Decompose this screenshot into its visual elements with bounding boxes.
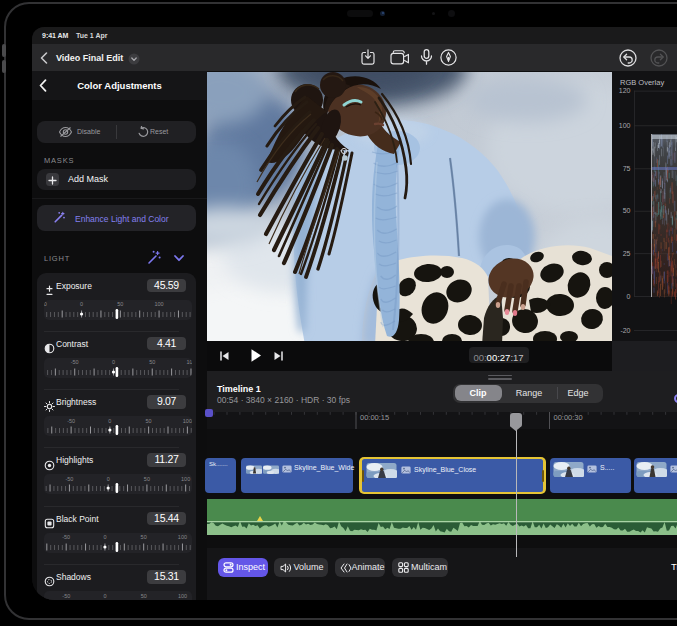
svg-text:00:00:30: 00:00:30 — [554, 413, 583, 422]
svg-text:75: 75 — [623, 165, 631, 172]
svg-text:0: 0 — [627, 293, 631, 300]
svg-text:-20: -20 — [620, 327, 630, 334]
svg-text:00:00:15: 00:00:15 — [360, 413, 389, 422]
svg-text:25: 25 — [623, 250, 631, 257]
svg-text:RGB Overlay: RGB Overlay — [620, 78, 664, 87]
svg-text:50: 50 — [623, 207, 631, 214]
svg-text:120: 120 — [619, 87, 631, 94]
svg-text:100: 100 — [619, 122, 631, 129]
